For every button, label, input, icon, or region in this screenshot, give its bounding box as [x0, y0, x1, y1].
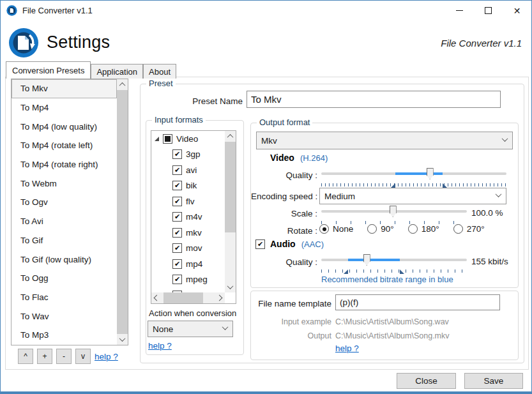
audio-quality-slider[interactable] — [321, 253, 467, 269]
tree-horizontal-scrollbar[interactable] — [151, 292, 225, 303]
slider-track[interactable] — [321, 259, 467, 261]
scrollbar-thumb[interactable] — [117, 90, 128, 334]
output-format-select[interactable]: Mkv — [256, 132, 513, 149]
maximize-button[interactable] — [474, 1, 503, 20]
preset-tool-button[interactable]: + — [37, 349, 52, 364]
format-checkbox[interactable]: ✔ — [172, 212, 182, 222]
scroll-up-icon[interactable] — [225, 131, 236, 142]
preset-item-label: To Ogv — [20, 197, 48, 207]
preset-list-item[interactable]: To Wav — [11, 307, 117, 326]
scroll-left-icon[interactable] — [151, 292, 162, 303]
format-row[interactable]: ✔ bik — [151, 178, 225, 194]
preset-list-item[interactable]: To Mp4 (low quality) — [11, 117, 117, 136]
preset-list-item[interactable]: To Ogv — [11, 193, 117, 212]
tree-vertical-scrollbar[interactable] — [225, 131, 236, 292]
video-indeterminate-checkbox[interactable] — [163, 134, 172, 144]
format-label: mpeg — [186, 275, 208, 284]
preset-list-item[interactable]: To Avi — [11, 212, 117, 231]
format-checkbox[interactable]: ✔ — [172, 275, 182, 284]
tab[interactable]: Conversion Presets — [6, 61, 91, 79]
format-row[interactable]: ✔ mov — [151, 241, 225, 257]
minimize-button[interactable] — [445, 1, 474, 20]
preset-list-item[interactable]: To Flac — [11, 288, 117, 307]
tree-root-label: Video — [176, 134, 198, 144]
slider-ticks — [321, 183, 506, 188]
filename-help-link[interactable]: help ? — [335, 344, 359, 353]
filename-template-input[interactable] — [335, 294, 500, 310]
slider-thumb[interactable] — [363, 254, 370, 266]
format-row[interactable]: ✔ m4v — [151, 209, 225, 225]
preset-item-label: To Gif (low quality) — [20, 255, 91, 264]
preset-name-input[interactable] — [247, 91, 501, 108]
slider-thumb[interactable] — [390, 206, 397, 217]
slider-track[interactable] — [321, 172, 506, 175]
format-checkbox[interactable]: ✔ — [172, 259, 182, 269]
rotate-radio[interactable]: 90° — [367, 224, 393, 234]
audio-section-title: ✔ Audio(AAC) — [255, 239, 324, 249]
scroll-right-icon[interactable] — [214, 292, 225, 303]
preset-list-item[interactable]: To Mp4 (rotate right) — [11, 155, 117, 174]
format-label: avi — [186, 165, 197, 175]
window-title: File Converter v1.1 — [22, 6, 93, 15]
preset-list-item[interactable]: To Mp4 (rotate left) — [11, 136, 117, 155]
input-formats-rows: Video ✔ 3gp ✔ avi ✔ bik ✔ flv ✔ m4v ✔ mk… — [151, 131, 225, 292]
preset-help-link[interactable]: help ? — [95, 352, 118, 361]
save-button[interactable]: Save — [464, 373, 523, 389]
format-row[interactable]: ✔ mp4 — [151, 256, 225, 272]
preset-tool-button[interactable]: - — [56, 349, 72, 364]
scrollbar-thumb[interactable] — [163, 292, 203, 303]
output-format-group-label: Output format — [257, 117, 312, 127]
tree-expander-icon[interactable] — [155, 137, 159, 141]
preset-list-item[interactable]: To Ogg — [11, 269, 117, 288]
format-row[interactable]: ✔ avi — [151, 162, 225, 178]
rotate-radio[interactable]: None — [319, 224, 353, 234]
preset-tool-button[interactable]: ^ — [18, 349, 33, 364]
format-checkbox[interactable]: ✔ — [172, 243, 182, 253]
preset-list-item[interactable]: To Mkv — [11, 79, 117, 98]
format-row[interactable]: ✔ ogv — [151, 287, 225, 292]
check-icon: ✔ — [257, 241, 263, 248]
preset-name-label: Preset Name — [179, 96, 243, 106]
format-checkbox[interactable]: ✔ — [172, 165, 182, 175]
rotate-radio[interactable]: 180° — [408, 224, 439, 234]
post-conversion-action-select[interactable]: None — [148, 321, 233, 337]
format-row[interactable]: ✔ mkv — [151, 225, 225, 241]
format-checkbox[interactable]: ✔ — [172, 149, 182, 159]
scale-slider[interactable] — [321, 204, 467, 221]
audio-enabled-checkbox[interactable]: ✔ — [255, 239, 265, 249]
preset-list-item[interactable]: To Gif (low quality) — [11, 250, 117, 269]
scroll-down-icon[interactable] — [225, 282, 236, 292]
tab[interactable]: About — [143, 64, 176, 79]
rotate-radio[interactable]: 270° — [453, 224, 485, 234]
preset-list-item[interactable]: To Gif — [11, 231, 117, 250]
scroll-down-icon[interactable] — [117, 334, 128, 345]
file-converter-settings-window: File Converter v1.1 ✕ Settings File Conv… — [0, 0, 532, 394]
video-title: Video — [270, 153, 294, 163]
preset-tool-button[interactable]: v — [75, 349, 91, 364]
format-row[interactable]: ✔ flv — [151, 193, 225, 209]
check-icon: ✔ — [174, 182, 180, 189]
preset-list-scrollbar[interactable] — [117, 79, 128, 345]
format-row[interactable]: ✔ mpeg — [151, 272, 225, 288]
preset-list-item[interactable]: To Mp3 — [11, 326, 117, 345]
close-window-button[interactable]: ✕ — [503, 1, 531, 20]
format-checkbox[interactable]: ✔ — [172, 228, 182, 238]
preset-list-item[interactable]: To Mp4 — [11, 98, 117, 117]
slider-thumb[interactable] — [427, 168, 434, 179]
audio-quality-value: 155 kbit/s — [471, 257, 508, 266]
tab[interactable]: Application — [91, 64, 143, 79]
format-label: bik — [186, 181, 197, 190]
encoding-speed-select[interactable]: Medium — [319, 188, 506, 204]
close-button[interactable]: Close — [397, 373, 456, 389]
scrollbar-thumb[interactable] — [225, 142, 236, 232]
format-row[interactable]: ✔ 3gp — [151, 147, 225, 163]
format-checkbox[interactable]: ✔ — [172, 197, 182, 206]
scroll-up-icon[interactable] — [117, 79, 128, 90]
video-quality-slider[interactable] — [321, 167, 506, 183]
format-checkbox[interactable]: ✔ — [172, 181, 182, 190]
tree-root-video[interactable]: Video — [151, 131, 225, 147]
slider-fill — [395, 172, 443, 175]
preset-group-label: Preset — [146, 79, 176, 88]
preset-list-item[interactable]: To Webm — [11, 174, 117, 193]
input-formats-help-link[interactable]: help ? — [148, 341, 172, 351]
